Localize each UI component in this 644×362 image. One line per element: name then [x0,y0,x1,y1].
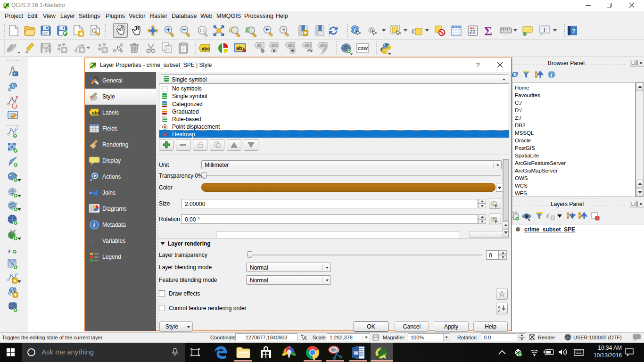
svg-text:ab: ab [236,45,242,51]
svg-text:T: T [543,26,546,33]
svg-text:i: i [93,222,95,229]
svg-text:Σ: Σ [484,25,492,38]
svg-text:1:1: 1:1 [199,28,206,33]
svg-text:abc: abc [320,43,327,48]
svg-text:Z: Z [498,309,500,313]
svg-text:W: W [354,350,359,356]
svg-text:abc: abc [202,46,210,51]
svg-text:abc: abc [271,43,278,48]
svg-text:i: i [354,26,356,33]
svg-text:?: ? [572,27,576,34]
svg-text:ε: ε [91,236,95,246]
svg-text:ε: ε [412,24,416,36]
svg-text:ab: ab [257,43,262,48]
svg-text:,: , [8,242,11,254]
svg-text:abc: abc [92,110,100,115]
svg-text:abc: abc [288,43,295,48]
svg-text:CSW: CSW [358,46,368,51]
svg-text:ε: ε [546,212,550,220]
svg-text:abc: abc [305,43,312,48]
